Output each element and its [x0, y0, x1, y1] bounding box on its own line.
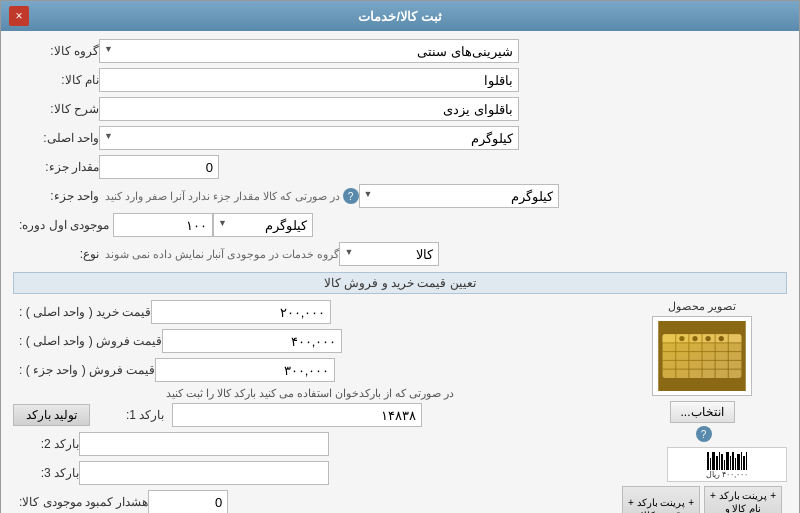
qty-label: مقدار جزء: — [19, 160, 99, 174]
type-note: گروه خدمات در موجودی آنبار نمایش داده نم… — [105, 248, 339, 261]
name-label: نام کالا: — [19, 73, 99, 87]
price-section-header: تعیین قیمت خرید و فروش کالا — [13, 272, 787, 294]
buy-price-row: قیمت خرید ( واحد اصلی ) : — [13, 300, 607, 324]
barcode1-label: بارکد 1: — [104, 408, 164, 422]
barcode3-input[interactable] — [79, 461, 329, 485]
dialog-titlebar: ثبت کالا/خدمات × — [1, 1, 799, 31]
print-buttons-row: + پرینت بارکد + نام کالا و قیمت کالا + پ… — [617, 486, 787, 513]
description-row: شرح کالا: — [13, 97, 787, 121]
warehouse-input[interactable] — [148, 490, 228, 513]
stock-unit-select[interactable]: کیلوگرم — [213, 213, 313, 237]
close-button[interactable]: × — [9, 6, 29, 26]
print-button-2[interactable]: + پرینت بارکد + قیمت کالا — [622, 486, 700, 513]
svg-rect-16 — [663, 334, 742, 378]
barcode-section: ۴۰۰,۰۰۰ ریال + پرینت بارکد + نام کالا و … — [617, 447, 787, 513]
print-button-1[interactable]: + پرینت بارکد + نام کالا و قیمت کالا — [704, 486, 782, 513]
product-image-box — [652, 316, 752, 396]
description-label: شرح کالا: — [19, 102, 99, 116]
type-label: نوع: — [19, 247, 99, 261]
barcode3-label: بارکد 3: — [19, 466, 79, 480]
qty-row: مقدار جزء: — [13, 155, 787, 179]
stock-input[interactable] — [113, 213, 213, 237]
barcode-item-1: ۴۰۰,۰۰۰ ریال — [617, 447, 787, 482]
dialog-body: شیرینی‌های سنتی گروه کالا: نام کالا: شرح… — [1, 31, 799, 513]
content-area: تصویر محصول — [13, 300, 787, 513]
warehouse-row: هشدار کمبود موجودی کالا: — [13, 490, 607, 513]
generate-barcode-button[interactable]: تولید بارکد — [13, 404, 90, 426]
barcode1-row: بارکد 1: تولید بارکد — [13, 403, 607, 427]
barcode-price-text: ۴۰۰,۰۰۰ ریال — [706, 470, 748, 479]
right-panel: قیمت خرید ( واحد اصلی ) : قیمت فروش ( وا… — [13, 300, 607, 513]
qty-input[interactable] — [99, 155, 219, 179]
unit2-select[interactable]: کیلوگرم — [359, 184, 559, 208]
group-label: گروه کالا: — [19, 44, 99, 58]
main-dialog: ثبت کالا/خدمات × شیرینی‌های سنتی گروه کا… — [0, 0, 800, 513]
sell-price2-label: قیمت فروش ( واحد جزء ) : — [19, 363, 155, 377]
barcode2-input[interactable] — [79, 432, 329, 456]
unit2-help-icon[interactable]: ? — [343, 188, 359, 204]
dialog-title: ثبت کالا/خدمات — [29, 9, 771, 24]
barcode2-row: بارکد 2: — [13, 432, 607, 456]
barcode-lines-1 — [707, 450, 747, 470]
warehouse-label: هشدار کمبود موجودی کالا: — [19, 495, 148, 509]
unit2-hint: در صورتی که کالا مقدار جزء ندارد آنرا صف… — [105, 190, 340, 203]
unit-row: کیلوگرم واحد اصلی: — [13, 126, 787, 150]
unit-select[interactable]: کیلوگرم — [99, 126, 519, 150]
sell-price-input[interactable] — [162, 329, 342, 353]
barcode-image-1: ۴۰۰,۰۰۰ ریال — [667, 447, 787, 482]
sell-price-row: قیمت فروش ( واحد اصلی ) : — [13, 329, 607, 353]
barcode-hint: در صورتی که از بارکدخوان استفاده می کنید… — [13, 387, 607, 400]
group-row: شیرینی‌های سنتی گروه کالا: — [13, 39, 787, 63]
image-help-icon[interactable]: ? — [696, 426, 712, 442]
barcode3-row: بارکد 3: — [13, 461, 607, 485]
sell-price2-row: قیمت فروش ( واحد جزء ) : — [13, 358, 607, 382]
sell-price2-input[interactable] — [155, 358, 335, 382]
barcode2-label: بارکد 2: — [19, 437, 79, 451]
name-input[interactable] — [99, 68, 519, 92]
image-label: تصویر محصول — [668, 300, 736, 313]
stock-label: موجودی اول دوره: — [19, 218, 109, 232]
group-select[interactable]: شیرینی‌های سنتی — [99, 39, 519, 63]
name-row: نام کالا: — [13, 68, 787, 92]
unit2-row: کیلوگرم ? در صورتی که کالا مقدار جزء ندا… — [13, 184, 787, 208]
buy-price-input[interactable] — [151, 300, 331, 324]
description-input[interactable] — [99, 97, 519, 121]
unit-label: واحد اصلی: — [19, 131, 99, 145]
product-image-svg — [657, 321, 747, 391]
type-select[interactable]: کالا — [339, 242, 439, 266]
select-image-button[interactable]: انتخاب... — [670, 401, 735, 423]
stock-row: کیلوگرم موجودی اول دوره: — [13, 213, 787, 237]
left-panel: تصویر محصول — [617, 300, 787, 513]
buy-price-label: قیمت خرید ( واحد اصلی ) : — [19, 305, 151, 319]
type-row: کالا گروه خدمات در موجودی آنبار نمایش دا… — [13, 242, 787, 266]
unit2-label: واحد جزء: — [19, 189, 99, 203]
sell-price-label: قیمت فروش ( واحد اصلی ) : — [19, 334, 162, 348]
barcode1-input[interactable] — [172, 403, 422, 427]
